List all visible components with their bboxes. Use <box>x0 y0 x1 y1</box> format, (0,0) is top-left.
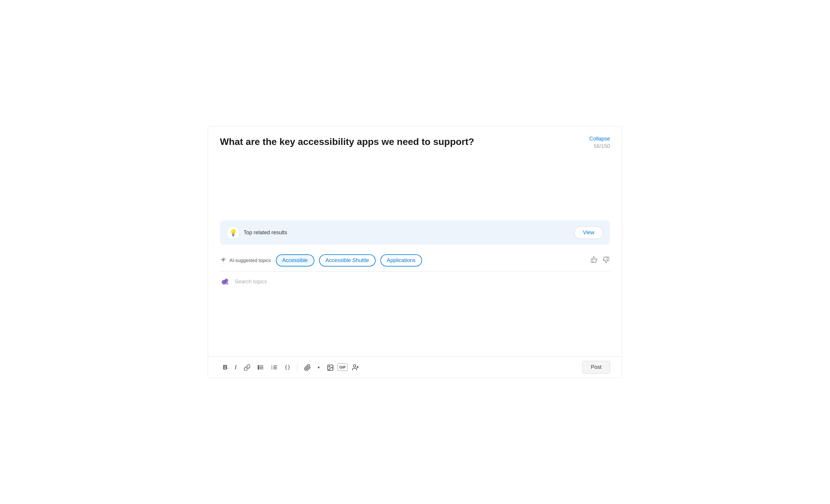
view-button[interactable]: View <box>574 226 603 239</box>
mention-button[interactable] <box>349 362 362 373</box>
search-topics-placeholder: Search topics <box>235 279 267 285</box>
thumbs-down-button[interactable] <box>602 256 610 265</box>
svg-point-1 <box>225 279 228 282</box>
ai-label-text: AI-suggested topics <box>229 258 271 263</box>
thumbs-up-button[interactable] <box>590 256 598 265</box>
svg-text:3.: 3. <box>271 368 273 370</box>
topic-chip-applications[interactable]: Applications <box>380 255 422 267</box>
post-button[interactable]: Post <box>582 361 610 374</box>
question-title: What are the key accessibility apps we n… <box>220 136 474 148</box>
code-button[interactable]: {} <box>282 362 293 373</box>
topic-chip-accessible[interactable]: Accessible <box>276 255 314 267</box>
italic-button[interactable]: I <box>232 361 240 374</box>
svg-point-16 <box>329 366 330 367</box>
image-button[interactable] <box>324 362 336 373</box>
svg-point-7 <box>258 367 259 368</box>
text-area-spacer <box>220 149 610 220</box>
attach-dropdown-button[interactable]: ▾ <box>315 363 323 372</box>
svg-point-8 <box>258 368 259 369</box>
unordered-list-button[interactable] <box>254 362 267 373</box>
search-topics-row[interactable]: Search topics <box>220 271 610 292</box>
svg-point-17 <box>353 365 356 367</box>
bulb-icon: 💡 <box>227 227 239 239</box>
header-right: Collapse 56/150 <box>589 136 610 149</box>
ai-label-group: AI-suggested topics <box>220 257 271 264</box>
ordered-list-button[interactable]: 1. 2. 3. <box>268 362 280 373</box>
collapse-button[interactable]: Collapse <box>589 136 610 142</box>
svg-point-2 <box>226 282 228 285</box>
banner-text: Top related results <box>244 230 287 236</box>
banner-left: 💡 Top related results <box>227 227 287 239</box>
attach-button[interactable] <box>301 362 314 373</box>
topic-chip-accessible-shuttle[interactable]: Accessible Shuttle <box>319 255 376 267</box>
main-container: What are the key accessibility apps we n… <box>208 126 622 378</box>
feedback-icons <box>590 256 610 265</box>
link-button[interactable] <box>241 362 253 373</box>
lightbulb-icon: 💡 <box>229 229 237 237</box>
header-row: What are the key accessibility apps we n… <box>220 136 610 149</box>
ai-topics-row: AI-suggested topics Accessible Accessibl… <box>220 252 610 271</box>
ai-sparkle-icon <box>220 257 226 264</box>
main-content: What are the key accessibility apps we n… <box>208 126 622 357</box>
topics-blob-icon <box>220 276 231 287</box>
toolbar: B I <box>208 357 622 378</box>
svg-point-6 <box>258 365 259 366</box>
bold-button[interactable]: B <box>220 361 231 374</box>
gif-button[interactable]: GIF <box>338 364 348 371</box>
char-count: 56/150 <box>594 143 610 149</box>
top-related-banner: 💡 Top related results View <box>220 220 610 245</box>
toolbar-separator-1 <box>297 363 297 371</box>
